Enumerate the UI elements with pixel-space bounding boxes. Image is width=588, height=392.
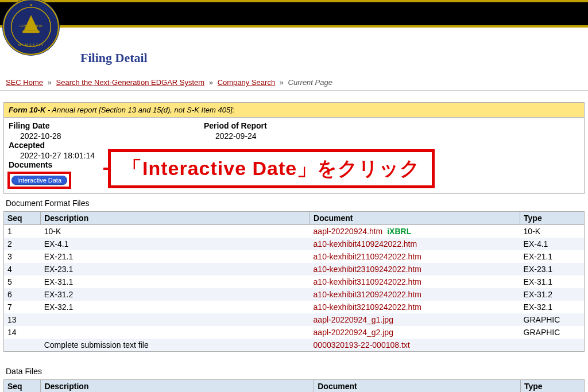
table-row: 110-Kaapl-20220924.htmiXBRL10-K (4, 225, 585, 238)
document-link[interactable]: a10-kexhibit31209242022.htm (314, 290, 421, 299)
accepted-label: Accepted (9, 141, 204, 150)
form-header: Form 10-K - Annual report [Section 13 an… (4, 103, 584, 118)
table-row: 14aapl-20220924_g2.jpgGRAPHIC (4, 326, 585, 339)
document-link[interactable]: a10-kexhibit21109242022.htm (314, 252, 421, 261)
col-type: Type (520, 212, 585, 225)
breadcrumb-home[interactable]: SEC Home (6, 78, 43, 87)
document-link[interactable]: aapl-20220924_g2.jpg (314, 328, 393, 337)
annotation-callout: 「Interactive Date」をクリック (103, 149, 435, 188)
doc-files-title: Document Format Files (0, 194, 588, 211)
interactive-data-button[interactable]: Interactive Data (11, 176, 67, 185)
period-label: Period of Report (204, 121, 399, 130)
data-files-table: Seq Description Document Type 8XBRL TAXO… (3, 379, 585, 392)
annotation-text: 「Interactive Date」をクリック (108, 149, 435, 188)
period-value: 2022-09-24 (204, 131, 399, 141)
svg-text:★: ★ (29, 3, 33, 7)
breadcrumb-company[interactable]: Company Search (218, 78, 275, 87)
table-row: 7EX-32.1a10-kexhibit32109242022.htmEX-32… (4, 301, 585, 313)
document-link[interactable]: aapl-20220924.htm (314, 227, 383, 236)
col-desc: Description (41, 212, 310, 225)
document-link[interactable]: aapl-20220924_g1.jpg (314, 315, 393, 324)
svg-text:MCMXXXIV: MCMXXXIV (18, 42, 45, 46)
document-link[interactable]: a10-kexhibit23109242022.htm (314, 265, 421, 274)
svg-rect-6 (22, 30, 39, 33)
document-link[interactable]: a10-kexhibit32109242022.htm (314, 302, 421, 312)
page-title: Filing Detail (80, 51, 148, 65)
filing-date-label: Filing Date (9, 121, 204, 130)
header-bar: ★ COMMISSION MCMXXXIV (0, 0, 588, 43)
col-doc: Document (310, 212, 520, 225)
sec-seal-icon: ★ COMMISSION MCMXXXIV (1, 0, 61, 57)
breadcrumb-search[interactable]: Search the Next-Generation EDGAR System (56, 78, 205, 87)
breadcrumb: SEC Home » Search the Next-Generation ED… (0, 75, 588, 91)
highlight-box: Interactive Data (7, 172, 71, 189)
document-files-table: Seq Description Document Type 110-Kaapl-… (3, 211, 585, 352)
table-row: 4EX-23.1a10-kexhibit23109242022.htmEX-23… (4, 263, 585, 275)
table-row: 5EX-31.1a10-kexhibit31109242022.htmEX-31… (4, 275, 585, 288)
table-row: 6EX-31.2a10-kexhibit31209242022.htmEX-31… (4, 288, 585, 301)
document-link[interactable]: a10-kexhibit4109242022.htm (314, 239, 417, 249)
filing-date-value: 2022-10-28 (9, 131, 204, 141)
document-link[interactable]: a10-kexhibit31109242022.htm (314, 277, 421, 286)
table-row: 3EX-21.1a10-kexhibit21109242022.htmEX-21… (4, 250, 585, 263)
document-link[interactable]: 0000320193-22-000108.txt (314, 340, 410, 350)
black-banner (0, 0, 588, 28)
table-row: Complete submission text file0000320193-… (4, 339, 585, 352)
table-row: 2EX-4.1a10-kexhibit4109242022.htmEX-4.1 (4, 238, 585, 250)
table-row: 13aapl-20220924_g1.jpgGRAPHIC (4, 313, 585, 326)
breadcrumb-current: Current Page (288, 78, 332, 87)
col-seq: Seq (4, 212, 41, 225)
data-files-title: Data Files (0, 362, 588, 379)
ixbrl-tag: iXBRL (387, 227, 411, 236)
